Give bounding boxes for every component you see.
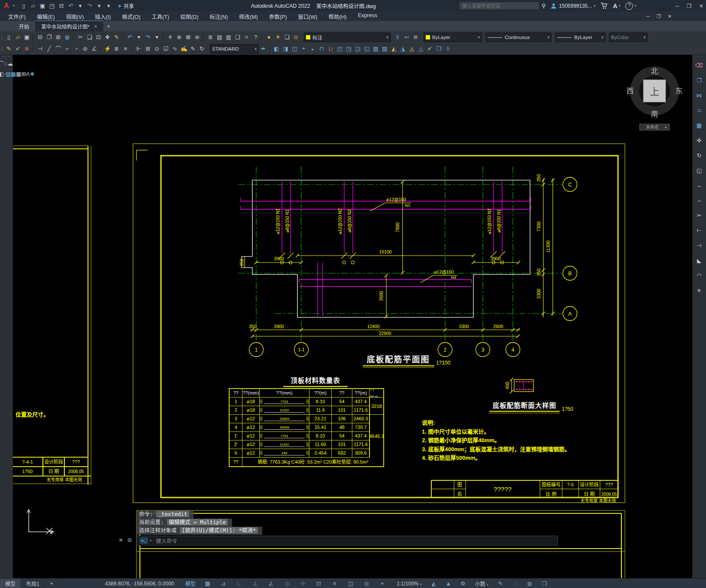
layer-properties-icon[interactable]: ≣ — [206, 33, 215, 42]
rotate-faces-icon[interactable]: ◰ — [335, 44, 344, 54]
tab-active-document[interactable]: 某中水站结构设计图* ✕ — [35, 21, 103, 31]
separate-icon[interactable]: ◱ — [362, 44, 371, 54]
dim-edit-icon[interactable]: ✍ — [179, 44, 188, 54]
lineweight-dropdown[interactable]: ByLayer ▾ — [555, 33, 606, 42]
qat-undo-caret-icon[interactable]: ▾ — [76, 3, 85, 9]
3d-orbit-icon[interactable]: ◍ — [63, 33, 72, 42]
text-style-dropdown[interactable]: STANDARD ▾ — [210, 44, 259, 54]
copy-edges-icon[interactable]: △ — [416, 44, 425, 54]
menu-item[interactable]: 格式(O) — [116, 12, 146, 21]
units-chip[interactable]: 小数 ▾ — [475, 580, 488, 587]
circle-icon[interactable]: ○ — [4, 60, 7, 67]
separator[interactable] — [33, 33, 34, 41]
app-logo-caret-icon[interactable]: ▾ — [13, 4, 15, 8]
help-icon[interactable]: ? — [625, 2, 633, 10]
clean-screen-icon[interactable]: ❒ — [541, 580, 548, 587]
center-mark-icon[interactable]: ⊙ — [152, 44, 161, 54]
make-layer-current-icon[interactable]: ⇧ — [393, 33, 402, 42]
quick-dim-icon[interactable]: ⚡ — [103, 44, 112, 54]
dim-inspect-icon[interactable]: ☑ — [161, 44, 170, 54]
offset-faces-icon[interactable]: ⊓ — [317, 44, 326, 54]
viewcube[interactable]: 上 北 南 西 东 未命名 ▾ — [627, 66, 683, 130]
plot-preview-icon[interactable]: ❐ — [45, 33, 54, 42]
copy-icon[interactable]: ❐ — [694, 75, 704, 86]
subtract-icon[interactable]: ◨ — [281, 44, 290, 54]
properties-icon[interactable]: ❑ — [233, 33, 242, 42]
match-properties-icon[interactable]: ✥ — [103, 33, 112, 42]
angular-dim-icon[interactable]: ∠ — [90, 44, 99, 54]
dim-text-edit-icon[interactable]: ✎ — [188, 44, 197, 54]
menu-item[interactable]: 工具(T) — [146, 12, 175, 21]
paste-icon[interactable]: ⊡ — [94, 33, 103, 42]
spell-check-icon[interactable]: ✔ — [13, 44, 22, 54]
imprint-icon[interactable]: ▧ — [371, 44, 380, 54]
extrude-faces-icon[interactable]: ◓ — [299, 44, 308, 54]
layer-previous-icon[interactable]: ↩ — [402, 33, 411, 42]
infer-constraints-icon[interactable]: ∟ — [236, 580, 243, 587]
account-name[interactable]: 1505999135... — [559, 3, 592, 9]
doc-restore-button[interactable]: ❐ — [657, 14, 661, 19]
multiline-text-icon[interactable]: A — [26, 71, 30, 77]
command-customize-icon[interactable]: ⚙ — [127, 537, 132, 543]
lineweight-icon[interactable]: ≡ — [331, 580, 338, 587]
lineweight-caret-icon[interactable]: ▾ — [599, 35, 603, 39]
qnew-icon[interactable]: ▯ — [4, 33, 13, 42]
dim-style-icon[interactable]: ✒ — [259, 44, 268, 54]
text-edit-icon[interactable]: ✎ — [4, 44, 13, 54]
annotation-scale-chip[interactable]: 1:1/100% ▾ — [397, 581, 422, 587]
ordinate-dim-icon[interactable]: ⌐ — [63, 44, 72, 54]
app-logo[interactable]: A — [0, 2, 13, 10]
diameter-dim-icon[interactable]: ⊘ — [81, 44, 90, 54]
lengthen-icon[interactable]: ⇔ — [694, 196, 704, 206]
command-input[interactable]: ▸_ ▾ 键入命令 — [136, 536, 558, 546]
model-tab[interactable]: 模型 — [0, 579, 21, 588]
rebar-lines[interactable] — [240, 181, 531, 316]
help-icon[interactable]: ? — [251, 33, 260, 42]
design-center-icon[interactable]: ⌗ — [242, 33, 251, 42]
scale-list-icon[interactable]: ≋ — [22, 44, 31, 54]
qat-more-caret-icon[interactable]: ▾ — [104, 3, 113, 9]
color-edges-icon[interactable]: ◬ — [407, 44, 416, 54]
layer-caret-icon[interactable]: ▾ — [384, 35, 388, 39]
slab-outline[interactable] — [242, 180, 530, 317]
menu-item[interactable]: 视图(V) — [61, 12, 90, 21]
object-snap-icon[interactable]: ⊡ — [315, 580, 322, 587]
linetype-caret-icon[interactable]: ▾ — [545, 35, 549, 39]
grid-icon[interactable]: ▦ — [204, 580, 211, 587]
zoom-previous-icon[interactable]: ⊚ — [193, 33, 202, 42]
color-dropdown[interactable]: ByLayer ▾ — [424, 33, 482, 42]
layer-walk-icon[interactable]: ▥ — [224, 33, 233, 42]
help-caret-icon[interactable]: ▾ — [634, 4, 636, 8]
trim-icon[interactable]: ✂ — [694, 211, 704, 221]
menu-item[interactable]: 窗口(W) — [292, 12, 323, 21]
open-icon[interactable]: ▱ — [13, 33, 22, 42]
object-snap-tracking-icon[interactable]: ⊹ — [300, 580, 306, 587]
maximize-button[interactable]: ❐ — [687, 3, 691, 9]
pan-icon[interactable]: ✛ — [166, 33, 175, 42]
menu-item[interactable]: Express — [352, 12, 383, 21]
qat-save-icon[interactable]: ▣ — [38, 3, 47, 9]
dynamic-input-icon[interactable]: ⌖ — [379, 580, 386, 587]
menu-item[interactable]: 插入(I) — [89, 12, 116, 21]
layer-isolate-icon[interactable]: ❏ — [282, 33, 291, 42]
dim-jog-icon[interactable]: ∿ — [170, 44, 179, 54]
annotation-visibility-icon[interactable]: ◭ — [430, 580, 437, 587]
undo-icon[interactable]: ↶ — [125, 33, 134, 42]
app-store-cart-icon[interactable] — [600, 3, 608, 9]
region-icon[interactable]: ▦ — [16, 71, 21, 77]
chamfer-icon[interactable]: ◣ — [694, 256, 704, 266]
copy-clip-icon[interactable]: ❏ — [85, 33, 94, 42]
add-layout-button[interactable]: + — [45, 579, 59, 588]
user-icon[interactable] — [550, 3, 557, 9]
search-input[interactable] — [459, 2, 539, 10]
move-icon[interactable]: ✜ — [694, 136, 704, 146]
arc-icon[interactable]: ⌒ — [0, 60, 4, 67]
make-block-icon[interactable]: ◧ — [0, 71, 4, 77]
layer-match-icon[interactable]: ≌ — [411, 33, 420, 42]
drawing-canvas[interactable]: 位置及尺寸。 ?-4-1 设计阶段 ??? 1?50 日 期 2008.05 无… — [0, 0, 706, 588]
interfere-icon[interactable]: ◊ — [443, 44, 452, 54]
qat-redo-icon[interactable]: ↷ — [85, 3, 94, 9]
hardware-acceleration-icon[interactable]: ◍ — [526, 580, 533, 587]
separator[interactable] — [73, 33, 75, 41]
redo-icon[interactable]: ↷ — [143, 33, 152, 42]
